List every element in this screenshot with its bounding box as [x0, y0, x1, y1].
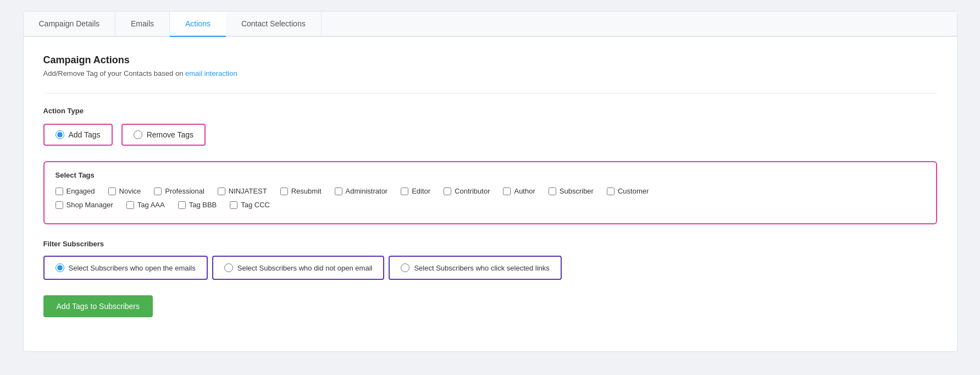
page-title: Campaign Actions: [43, 54, 937, 66]
tab-contact-selections[interactable]: Contact Selections: [226, 12, 322, 37]
tag-ninjatest-checkbox[interactable]: [218, 187, 225, 195]
select-tags-label: Select Tags: [56, 171, 925, 179]
remove-tags-radio[interactable]: [134, 130, 142, 139]
add-tags-label: Add Tags: [69, 130, 101, 139]
tag-subscriber-checkbox[interactable]: [549, 187, 556, 195]
filter-did-not-open[interactable]: Select Subscribers who did not open emai…: [212, 256, 385, 280]
tab-actions[interactable]: Actions: [170, 12, 226, 37]
tag-author[interactable]: Author: [503, 187, 535, 195]
filter-options: Select Subscribers who open the emails S…: [43, 256, 937, 280]
tag-bbb-checkbox[interactable]: [178, 201, 186, 209]
remove-tags-option[interactable]: Remove Tags: [121, 124, 206, 146]
tag-shop-manager[interactable]: Shop Manager: [56, 201, 113, 209]
tag-aaa[interactable]: Tag AAA: [126, 201, 165, 209]
subtitle-link[interactable]: email interaction: [185, 69, 237, 78]
tag-ccc[interactable]: Tag CCC: [230, 201, 270, 209]
filter-click-links-label: Select Subscribers who click selected li…: [414, 264, 549, 272]
filter-open-emails-radio[interactable]: [56, 263, 64, 272]
divider: [43, 93, 937, 93]
tag-ccc-checkbox[interactable]: [230, 201, 237, 209]
tag-engaged-checkbox[interactable]: [56, 187, 63, 195]
tag-editor-checkbox[interactable]: [401, 187, 408, 195]
tag-customer-checkbox[interactable]: [607, 187, 614, 195]
tags-row-2: Shop Manager Tag AAA Tag BBB Tag CCC: [56, 201, 925, 209]
main-container: Campaign Details Emails Actions Contact …: [23, 11, 957, 352]
filter-did-not-open-label: Select Subscribers who did not open emai…: [237, 264, 373, 272]
tag-bbb[interactable]: Tag BBB: [178, 201, 217, 209]
action-type-label: Action Type: [43, 107, 937, 115]
tag-ninjatest[interactable]: NINJATEST: [218, 187, 267, 195]
add-tags-radio[interactable]: [56, 130, 64, 139]
tag-customer[interactable]: Customer: [607, 187, 649, 195]
tag-administrator-checkbox[interactable]: [335, 187, 342, 195]
add-tags-button[interactable]: Add Tags to Subscribers: [43, 295, 153, 317]
tag-novice[interactable]: Novice: [108, 187, 141, 195]
tag-administrator[interactable]: Administrator: [335, 187, 388, 195]
tag-subscriber[interactable]: Subscriber: [549, 187, 594, 195]
tags-row-1: Engaged Novice Professional NINJATEST Re…: [56, 187, 925, 195]
select-tags-box: Select Tags Engaged Novice Professional …: [43, 161, 937, 224]
filter-subscribers-label: Filter Subscribers: [43, 240, 937, 248]
add-tags-option[interactable]: Add Tags: [43, 124, 113, 146]
tag-professional-checkbox[interactable]: [154, 187, 162, 195]
tag-shop-manager-checkbox[interactable]: [56, 201, 63, 209]
tag-contributor[interactable]: Contributor: [444, 187, 490, 195]
remove-tags-label: Remove Tags: [147, 130, 193, 139]
filter-did-not-open-radio[interactable]: [224, 263, 233, 272]
filter-open-emails[interactable]: Select Subscribers who open the emails: [43, 256, 208, 280]
tag-aaa-checkbox[interactable]: [126, 201, 134, 209]
filter-open-emails-label: Select Subscribers who open the emails: [69, 264, 196, 272]
tag-editor[interactable]: Editor: [401, 187, 430, 195]
tag-resubmit-checkbox[interactable]: [280, 187, 288, 195]
tag-author-checkbox[interactable]: [503, 187, 511, 195]
tag-contributor-checkbox[interactable]: [444, 187, 451, 195]
tag-novice-checkbox[interactable]: [108, 187, 116, 195]
tab-bar: Campaign Details Emails Actions Contact …: [24, 12, 957, 37]
page-subtitle: Add/Remove Tag of your Contacts based on…: [43, 69, 937, 78]
filter-click-links[interactable]: Select Subscribers who click selected li…: [389, 256, 561, 280]
tab-emails[interactable]: Emails: [115, 12, 170, 37]
page-content: Campaign Actions Add/Remove Tag of your …: [24, 37, 957, 335]
tag-resubmit[interactable]: Resubmit: [280, 187, 322, 195]
tag-professional[interactable]: Professional: [154, 187, 204, 195]
subtitle-text: Add/Remove Tag of your Contacts based on: [43, 69, 185, 78]
tag-engaged[interactable]: Engaged: [56, 187, 95, 195]
filter-click-links-radio[interactable]: [401, 263, 409, 272]
action-type-row: Add Tags Remove Tags: [43, 124, 937, 146]
tab-campaign-details[interactable]: Campaign Details: [24, 12, 116, 37]
